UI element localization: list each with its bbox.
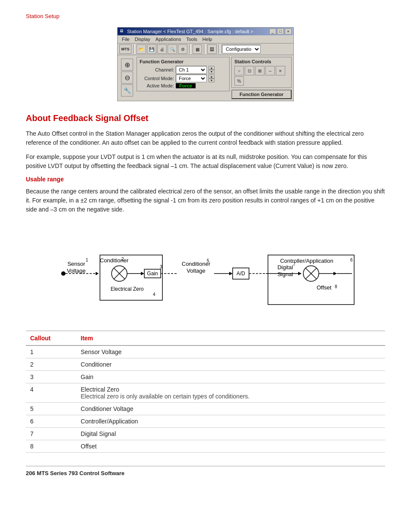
titlebar-text: Station Manager < FlexTest GT_494 : Samp…: [127, 29, 253, 34]
station-controls-title: Station Controls: [234, 59, 289, 64]
subsection-title: Usable range: [26, 176, 385, 183]
footer: 206 MTS Series 793 Control Software: [26, 466, 385, 476]
toolbar-search[interactable]: 🔍: [168, 44, 177, 54]
item-cell: Offset: [76, 440, 385, 453]
control-mode-down[interactable]: ▼: [209, 78, 215, 82]
offset-label: Offset: [317, 284, 332, 291]
gain-label: Gain: [147, 271, 158, 277]
electrical-zero-label: Electrical Zero: [111, 286, 144, 292]
item-cell: Sensor Voltage: [76, 345, 385, 358]
callout-5: 5: [207, 258, 209, 263]
function-generator-group: Function Generator Channel: Ch 1 ▲ ▼ Con…: [137, 57, 230, 91]
sidebar-icon-3[interactable]: 🔧: [121, 84, 133, 96]
win-right-panel: Station Controls ○ ⊡ ⊞ ↔ ≡ % Function Ge…: [231, 57, 292, 99]
item-cell: Gain: [76, 371, 385, 383]
station-controls-buttons: ○ ⊡ ⊞ ↔ ≡ %: [234, 66, 289, 86]
table-row: 2Conditioner: [26, 358, 385, 371]
channel-spinners: ▲ ▼: [209, 66, 215, 74]
configuration-dropdown[interactable]: Configuration: [222, 45, 261, 53]
sensor-voltage-label: Sensor: [67, 261, 85, 267]
callout-1: 1: [86, 258, 88, 262]
station-manager-window: 🖥 Station Manager < FlexTest GT_494 : Sa…: [117, 27, 294, 101]
titlebar-controls: _ □ ×: [269, 28, 292, 34]
ad-label: A/D: [237, 271, 245, 277]
callout-3: 3: [160, 264, 162, 269]
controller-label: Controller/Application: [280, 258, 333, 264]
table-body: 1Sensor Voltage2Conditioner3Gain4Electri…: [26, 345, 385, 453]
toolbar-mts[interactable]: MTS: [119, 44, 131, 54]
control-mode-up[interactable]: ▲: [209, 75, 215, 78]
col-callout: Callout: [26, 331, 76, 345]
conditioner-voltage-2: Voltage: [187, 268, 205, 274]
callout-8: 8: [335, 284, 337, 289]
sc-btn-4[interactable]: ↔: [265, 66, 275, 75]
digital-signal-1: Digital: [277, 264, 293, 271]
control-mode-select[interactable]: Force: [176, 75, 207, 82]
sc-btn-3[interactable]: ⊞: [255, 66, 265, 75]
channel-select[interactable]: Ch 1: [176, 66, 207, 74]
sc-btn-5[interactable]: ≡: [276, 66, 285, 75]
sensor-voltage-label-2: Voltage: [67, 268, 85, 274]
callout-6: 6: [350, 258, 353, 262]
sidebar-icon-2[interactable]: ⊖: [121, 72, 133, 84]
sc-btn-6[interactable]: %: [234, 76, 244, 86]
menu-display[interactable]: Display: [132, 36, 153, 42]
item-cell: Conditioner Voltage: [76, 403, 385, 415]
toolbar-gear[interactable]: ⚙: [178, 44, 187, 54]
menu-file[interactable]: File: [119, 36, 132, 42]
toolbar-sep2: [189, 44, 191, 54]
toolbar-print[interactable]: 🖨: [157, 44, 167, 54]
toolbar-save[interactable]: 💾: [147, 44, 156, 54]
titlebar-left: 🖥 Station Manager < FlexTest GT_494 : Sa…: [119, 28, 253, 34]
diagram-container: Sensor Voltage 1 Conditioner 2 Gain 3 El…: [26, 223, 385, 322]
callout-cell: 5: [26, 403, 76, 415]
table-row: 5Conditioner Voltage: [26, 403, 385, 415]
arrow-to-ad: [229, 272, 233, 275]
channel-up[interactable]: ▲: [209, 66, 215, 70]
win-sidebar: ⊕ ⊖ 🔧: [119, 57, 135, 99]
sc-btn-2[interactable]: ⊡: [245, 66, 254, 75]
channel-row: Channel: Ch 1 ▲ ▼: [140, 66, 227, 74]
callout-cell: 2: [26, 358, 76, 371]
conditioner-label: Conditioner: [100, 257, 129, 264]
item-cell: Electrical ZeroElectrical zero is only a…: [76, 383, 385, 403]
section-title: About Feedback Signal Offset: [26, 113, 385, 123]
function-generator-title: Function Generator: [140, 59, 227, 64]
maximize-button[interactable]: □: [277, 28, 284, 34]
channel-down[interactable]: ▼: [209, 70, 215, 74]
channel-label: Channel:: [140, 67, 174, 72]
function-generator-button[interactable]: Function Generator: [231, 90, 292, 99]
item-cell: Controller/Application: [76, 415, 385, 428]
conditioner-voltage-1: Conditioner: [182, 261, 211, 267]
sc-btn-1[interactable]: ○: [234, 66, 244, 75]
menu-applications[interactable]: Applications: [153, 36, 184, 42]
callout-cell: 8: [26, 440, 76, 453]
table-row: 3Gain: [26, 371, 385, 383]
start-dot: [61, 271, 65, 276]
win-content: ⊕ ⊖ 🔧 Function Generator Channel: Ch 1 ▲: [118, 55, 293, 101]
sidebar-icon-1[interactable]: ⊕: [121, 59, 133, 71]
callout-7: 7: [293, 262, 296, 267]
menu-help[interactable]: Help: [200, 36, 215, 42]
toolbar-grid[interactable]: ▦: [193, 44, 202, 54]
window-icon: 🖥: [119, 28, 125, 34]
toolbar-sep3: [204, 44, 206, 54]
toolbar: MTS 📂 💾 🖨 🔍 ⚙ ▦ 🖼 Configuration: [118, 44, 293, 55]
station-controls-panel: Station Controls ○ ⊡ ⊞ ↔ ≡ %: [231, 57, 292, 88]
table-header-row: Callout Item: [26, 331, 385, 345]
screenshot-container: 🖥 Station Manager < FlexTest GT_494 : Sa…: [26, 27, 385, 101]
menu-tools[interactable]: Tools: [184, 36, 200, 42]
callout-table: Callout Item 1Sensor Voltage2Conditioner…: [26, 330, 385, 453]
table-row: 7Digital Signal: [26, 428, 385, 440]
callout-cell: 6: [26, 415, 76, 428]
table-head: Callout Item: [26, 331, 385, 345]
usable-range-text: Because the range centers around the cal…: [26, 187, 385, 214]
minimize-button[interactable]: _: [269, 28, 276, 34]
toolbar-image[interactable]: 🖼: [207, 44, 217, 54]
close-button[interactable]: ×: [285, 28, 292, 34]
toolbar-open[interactable]: 📂: [137, 44, 146, 54]
toolbar-sep4: [218, 44, 220, 54]
paragraph-2: For example, suppose your LVDT output is…: [26, 152, 385, 171]
callout-cell: 4: [26, 383, 76, 403]
paragraph-1: The Auto Offset control in the Station M…: [26, 129, 385, 147]
